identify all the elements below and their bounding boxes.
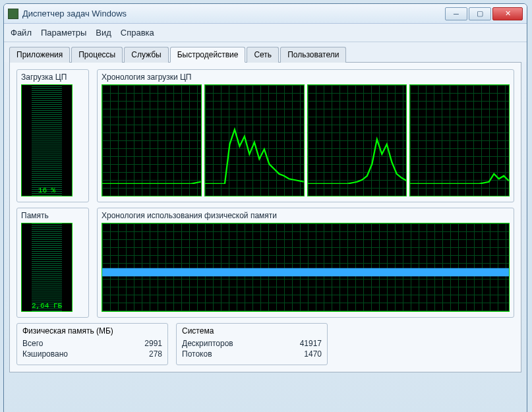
cpu-gauge-panel: Загрузка ЦП 16 % [16, 69, 89, 202]
mem-gauge: 2,64 ГБ [21, 223, 73, 312]
window-title: Диспетчер задач Windows [22, 9, 444, 18]
mem-gauge-panel: Память 2,64 ГБ [16, 208, 89, 318]
mem-usage-text: 2,64 ГБ [22, 302, 72, 310]
mem-history-label: Хронология использования физической памя… [102, 211, 510, 220]
cpu-graph-3 [409, 84, 510, 196]
menu-options[interactable]: Параметры [41, 28, 86, 38]
tab-bar: Приложения Процессы Службы Быстродействи… [4, 42, 527, 62]
phys-mem-cached-label: Кэшировано [22, 349, 68, 359]
system-threads-value: 1470 [304, 349, 322, 359]
menu-view[interactable]: Вид [96, 28, 111, 38]
tab-services[interactable]: Службы [124, 47, 168, 63]
cpu-graph-1 [204, 84, 305, 196]
cpu-usage-text: 16 % [22, 187, 72, 194]
cpu-history-label: Хронология загрузки ЦП [102, 73, 510, 82]
phys-mem-title: Физическая память (МБ) [22, 326, 162, 336]
maximize-button[interactable]: ▢ [469, 7, 491, 20]
system-handles-value: 41917 [300, 339, 322, 348]
tab-applications[interactable]: Приложения [9, 47, 70, 63]
tab-users[interactable]: Пользователи [280, 47, 346, 63]
cpu-gauge: 16 % [21, 84, 73, 196]
system-panel: Система Дескрипторов 41917 Потоков 1470 [176, 323, 328, 365]
app-icon [8, 9, 18, 19]
phys-mem-total-label: Всего [22, 339, 43, 348]
titlebar[interactable]: Диспетчер задач Windows ─ ▢ ✕ [4, 4, 527, 24]
tab-performance[interactable]: Быстродействие [170, 47, 246, 63]
cpu-history-panel: Хронология загрузки ЦП [97, 69, 514, 202]
cpu-gauge-label: Загрузка ЦП [21, 73, 84, 82]
performance-panel: Загрузка ЦП 16 % Хронология загрузки ЦП [9, 62, 521, 372]
cpu-graph-2 [307, 84, 407, 196]
tab-processes[interactable]: Процессы [71, 47, 123, 63]
system-threads-label: Потоков [182, 349, 212, 359]
mem-graph [102, 223, 510, 312]
system-handles-label: Дескрипторов [182, 339, 233, 348]
phys-mem-total-value: 2991 [144, 339, 162, 348]
tab-network[interactable]: Сеть [247, 47, 279, 63]
mem-gauge-label: Память [21, 211, 84, 220]
menubar: Файл Параметры Вид Справка [4, 24, 527, 42]
cpu-graph-0 [102, 84, 202, 196]
phys-mem-cached-value: 278 [149, 349, 162, 359]
phys-mem-panel: Физическая память (МБ) Всего 2991 Кэширо… [16, 323, 168, 365]
task-manager-window: Диспетчер задач Windows ─ ▢ ✕ Файл Парам… [3, 3, 527, 412]
menu-file[interactable]: Файл [11, 28, 32, 38]
mem-history-panel: Хронология использования физической памя… [97, 208, 514, 318]
close-button[interactable]: ✕ [492, 7, 523, 20]
minimize-button[interactable]: ─ [445, 7, 467, 20]
system-title: Система [182, 326, 322, 336]
menu-help[interactable]: Справка [121, 28, 154, 38]
